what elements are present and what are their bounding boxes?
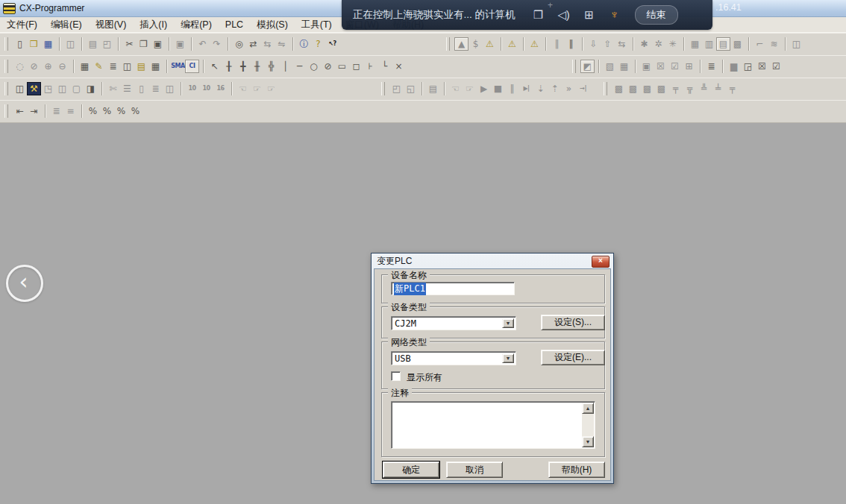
force-on-icon[interactable]: ☜ [236, 82, 250, 95]
toolbar-grip[interactable] [4, 82, 8, 95]
zoom-in-icon[interactable]: ⊕ [41, 60, 55, 73]
time-chart-icon[interactable]: ≋ [767, 37, 781, 51]
online-edit-begin-icon[interactable]: ✱ [637, 37, 651, 51]
vertical-line-icon[interactable]: │ [278, 60, 292, 73]
properties-icon[interactable]: ◨ [84, 82, 98, 95]
memory-3-icon[interactable]: ▩ [640, 82, 654, 95]
pause-hand-icon[interactable]: ☜ [448, 82, 463, 95]
pan-icon[interactable]: ◌ [13, 60, 27, 73]
contact-no-icon[interactable]: ╂ [222, 60, 236, 73]
end-session-button[interactable]: 结束 [635, 5, 678, 25]
menu-item[interactable]: 文件(F) [0, 17, 44, 33]
memory-4-icon[interactable]: ▩ [654, 82, 668, 95]
stop-icon[interactable]: ■ [491, 82, 505, 95]
redo-icon[interactable]: ↷ [210, 37, 224, 51]
dialog-titlebar[interactable]: 变更PLC × [372, 253, 613, 268]
layers-icon[interactable]: ▧ [603, 60, 617, 73]
scan-hand-icon[interactable]: ☞ [463, 82, 477, 95]
watch-x-icon[interactable]: ☒ [654, 60, 668, 73]
menu-item[interactable]: PLC [219, 18, 250, 31]
zoom-select-icon[interactable]: ⊘ [27, 60, 41, 73]
indent-right-icon[interactable]: ⇥ [27, 104, 41, 118]
timing-4-icon[interactable]: ╧ [711, 82, 725, 95]
run-to-break-icon[interactable]: →| [576, 82, 590, 95]
dialog-check-icon[interactable]: ☑ [769, 60, 783, 73]
decimal-icon[interactable]: 10 [185, 82, 199, 95]
diff-clear-icon[interactable]: % [128, 104, 142, 118]
differential-monitor-icon[interactable]: ⌐ [753, 37, 767, 51]
output-window-icon[interactable]: ◫ [13, 82, 27, 95]
select-tool-icon[interactable]: ↖ [207, 60, 222, 73]
speaker-icon[interactable]: ◁) [551, 8, 577, 22]
sma-icon[interactable]: SMA [171, 60, 185, 73]
watch-add-icon[interactable]: ⊞ [682, 60, 696, 73]
device-type-combobox[interactable]: CJ2M ▼ [391, 316, 516, 330]
save-icon[interactable]: ▦ [41, 37, 55, 51]
compile-icon[interactable]: ✄ [106, 82, 120, 95]
timing-5-icon[interactable]: ╤ [725, 82, 739, 95]
scroll-up-icon[interactable]: ▲ [582, 403, 594, 414]
hex-icon[interactable]: 16 [213, 82, 228, 95]
io-table-icon[interactable]: ◫ [789, 37, 803, 51]
signed-decimal-icon[interactable]: 10 [199, 82, 213, 95]
comment-scrollbar[interactable]: ▲ ▼ [582, 403, 594, 447]
monitor-clock-icon[interactable]: ▩ [730, 37, 745, 51]
show-all-checkbox[interactable] [391, 371, 401, 381]
or-contact-no-icon[interactable]: ╫ [250, 60, 264, 73]
toolbar-grip[interactable] [572, 60, 576, 73]
paste-special-icon[interactable]: ▣ [173, 37, 187, 51]
or-contact-nc-icon[interactable]: ╬ [264, 60, 278, 73]
rung-comment-icon[interactable]: ≣ [106, 60, 120, 73]
cross-reference-icon[interactable]: ◳ [41, 82, 55, 95]
watch-z-icon[interactable]: ▣ [639, 60, 654, 73]
overlay-drag-handle-icon[interactable]: + [548, 0, 553, 10]
output-box-icon[interactable]: ▆ [727, 60, 741, 73]
about-icon[interactable]: ⓘ [297, 37, 311, 51]
context-help-icon[interactable]: ↖? [325, 37, 339, 51]
replace-icon[interactable]: ⇄ [246, 37, 260, 51]
memory-1-icon[interactable]: ▩ [612, 82, 626, 95]
open-file-icon[interactable]: ❒ [27, 37, 41, 51]
memory-2-icon[interactable]: ▩ [626, 82, 640, 95]
dialog-z-icon[interactable]: ◲ [741, 60, 755, 73]
ci-icon[interactable]: CI [185, 60, 199, 73]
toolbar-grip[interactable] [4, 37, 8, 51]
connect-line-icon[interactable]: └ [377, 60, 392, 73]
new-file-icon[interactable]: ▯ [13, 37, 27, 51]
dialog-grid-icon[interactable]: ◫ [163, 82, 177, 95]
device-type-settings-button[interactable]: 设定(S)... [541, 315, 605, 330]
window-view-icon[interactable]: ◩ [580, 60, 595, 73]
step-out-icon[interactable]: ⇡ [548, 82, 562, 95]
work-online-icon[interactable]: $ [469, 37, 483, 51]
indent-left-icon[interactable]: ⇤ [13, 104, 27, 118]
help-icon[interactable]: ? [311, 37, 325, 51]
program-check-icon[interactable]: ☰ [120, 82, 134, 95]
auto-online-icon[interactable]: ⚠ [483, 37, 497, 51]
rung-list-icon[interactable]: ≣ [49, 104, 63, 118]
menu-item[interactable]: 工具(T) [295, 17, 339, 33]
force-off-icon[interactable]: ☞ [250, 82, 264, 95]
clipboard-icon[interactable]: ▯ [134, 82, 148, 95]
grid-icon[interactable]: ▦ [78, 60, 92, 73]
watch-window-icon[interactable]: ◫ [55, 82, 69, 95]
delete-line-icon[interactable]: × [392, 60, 406, 73]
network-online-icon[interactable]: ⚠ [527, 37, 542, 51]
watch-check-icon[interactable]: ☑ [668, 60, 682, 73]
chevron-down-icon[interactable]: ▼ [502, 318, 514, 328]
split-screen-icon[interactable]: ⊞ [577, 8, 602, 22]
menu-item[interactable]: 模拟(S) [250, 17, 295, 33]
menu-item[interactable]: 编辑(E) [44, 17, 89, 33]
help-button[interactable]: 帮助(H) [548, 462, 605, 478]
online-edit-send-icon[interactable]: ✲ [651, 37, 665, 51]
section-list-icon[interactable]: ≣ [148, 82, 163, 95]
transfer-to-plc-icon[interactable]: ⇩ [586, 37, 601, 51]
chevron-down-icon[interactable]: ▼ [502, 353, 514, 363]
network-type-combobox[interactable]: USB ▼ [391, 351, 516, 365]
timing-1-icon[interactable]: ╤ [668, 82, 683, 95]
pause-sim-icon[interactable]: ‖ [505, 82, 519, 95]
force-cancel-icon[interactable]: ☞ [264, 82, 278, 95]
device-name-input[interactable]: 新PLC1 [391, 282, 515, 295]
diff-both-icon[interactable]: % [114, 104, 128, 118]
replace-all-icon[interactable]: ⇋ [275, 37, 289, 51]
local-symbol-icon[interactable]: ▦ [148, 60, 163, 73]
